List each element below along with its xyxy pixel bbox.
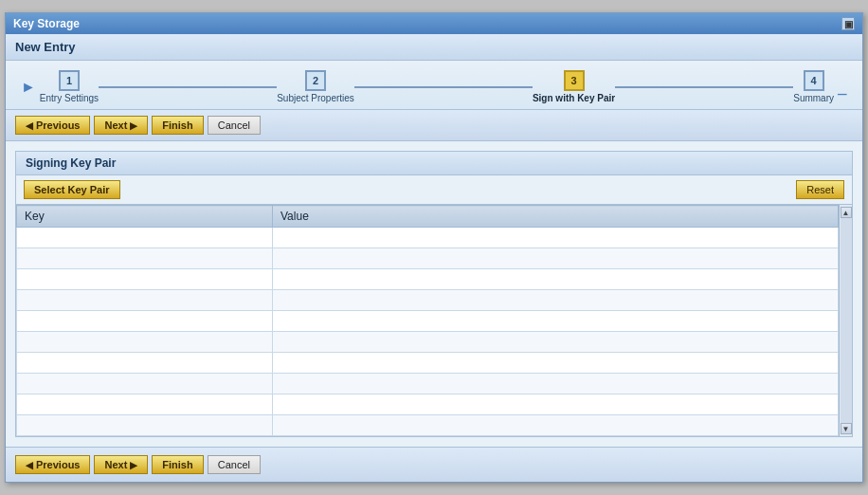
step-3-label: Sign with Key Pair xyxy=(533,93,615,103)
table-inner: Key Value xyxy=(16,205,839,436)
cell-value xyxy=(273,269,839,290)
wizard-end-arrow: ⎯ xyxy=(838,79,847,96)
cell-key xyxy=(17,353,273,374)
page-title: New Entry xyxy=(6,34,862,61)
bottom-next-label: Next xyxy=(104,459,127,470)
cell-value xyxy=(273,228,839,248)
top-previous-button[interactable]: ◀ Previous xyxy=(15,116,90,135)
cell-value xyxy=(273,415,839,436)
key-pair-table: Key Value xyxy=(16,205,839,436)
table-body xyxy=(17,228,839,436)
cell-key xyxy=(17,248,273,269)
top-previous-label: Previous xyxy=(36,119,80,131)
bottom-previous-label: Previous xyxy=(36,459,80,470)
table-row xyxy=(17,394,839,415)
step-4-number: 4 xyxy=(804,70,824,91)
content-area: Signing Key Pair Select Key Pair Reset K… xyxy=(6,141,862,447)
window-title: Key Storage xyxy=(13,17,80,30)
cell-key xyxy=(17,415,273,436)
cell-value xyxy=(273,394,839,415)
bottom-previous-arrow-icon: ◀ xyxy=(26,460,33,470)
table-row xyxy=(17,228,839,248)
step-2: 2 Subject Properties xyxy=(277,70,354,103)
bottom-finish-button[interactable]: Finish xyxy=(152,455,203,474)
cell-key xyxy=(17,269,273,290)
cell-value xyxy=(273,374,839,394)
scrollbar-track[interactable] xyxy=(841,218,852,423)
step-3-number: 3 xyxy=(564,70,585,91)
table-row xyxy=(17,374,839,394)
signing-section-title: Signing Key Pair xyxy=(16,152,852,175)
titlebar: Key Storage ▣ xyxy=(6,13,862,34)
cell-value xyxy=(273,353,839,374)
table-row xyxy=(17,332,839,353)
table-row xyxy=(17,353,839,374)
step-2-label: Subject Properties xyxy=(277,93,354,103)
previous-arrow-icon: ◀ xyxy=(26,120,33,131)
select-key-pair-button[interactable]: Select Key Pair xyxy=(24,180,120,199)
signing-toolbar: Select Key Pair Reset xyxy=(16,175,852,205)
step-1-number: 1 xyxy=(59,70,80,91)
table-row xyxy=(17,415,839,436)
connector-1-2 xyxy=(99,86,277,88)
step-4-label: Summary xyxy=(793,93,834,103)
bottom-next-arrow-icon: ▶ xyxy=(130,460,137,470)
wizard-steps-area: ► 1 Entry Settings 2 Subject Properties … xyxy=(6,61,862,110)
column-header-key: Key xyxy=(17,206,273,228)
bottom-finish-label: Finish xyxy=(162,459,192,470)
table-header-row: Key Value xyxy=(17,206,839,228)
connector-3-4 xyxy=(615,86,793,88)
table-row xyxy=(17,311,839,332)
column-header-value: Value xyxy=(273,206,839,228)
reset-button[interactable]: Reset xyxy=(796,180,844,199)
scroll-down-button[interactable]: ▼ xyxy=(841,423,852,434)
cell-key xyxy=(17,311,273,332)
bottom-cancel-button[interactable]: Cancel xyxy=(208,455,261,474)
cell-key xyxy=(17,394,273,415)
bottom-cancel-label: Cancel xyxy=(218,459,250,470)
top-toolbar: ◀ Previous Next ▶ Finish Cancel xyxy=(6,110,862,141)
main-window: Key Storage ▣ New Entry ► 1 Entry Settin… xyxy=(5,12,863,483)
scroll-up-button[interactable]: ▲ xyxy=(841,207,852,218)
step-1-label: Entry Settings xyxy=(40,93,99,103)
table-row xyxy=(17,290,839,311)
wizard-start-arrow: ► xyxy=(21,79,36,96)
cell-key xyxy=(17,290,273,311)
signing-section: Signing Key Pair Select Key Pair Reset K… xyxy=(15,151,853,437)
cell-value xyxy=(273,332,839,353)
cell-value xyxy=(273,311,839,332)
bottom-next-button[interactable]: Next ▶ xyxy=(94,455,148,474)
top-finish-button[interactable]: Finish xyxy=(152,116,203,135)
cell-key xyxy=(17,332,273,353)
restore-button[interactable]: ▣ xyxy=(841,17,855,30)
cell-value xyxy=(273,290,839,311)
bottom-toolbar: ◀ Previous Next ▶ Finish Cancel xyxy=(6,447,862,482)
restore-icon: ▣ xyxy=(844,19,853,29)
next-arrow-icon: ▶ xyxy=(130,120,137,131)
top-next-label: Next xyxy=(104,119,127,131)
step-2-number: 2 xyxy=(305,70,326,91)
bottom-previous-button[interactable]: ◀ Previous xyxy=(15,455,90,474)
step-1: 1 Entry Settings xyxy=(40,70,99,103)
connector-2-3 xyxy=(354,86,533,88)
cell-key xyxy=(17,228,273,248)
step-4: 4 Summary xyxy=(793,70,834,103)
top-cancel-button[interactable]: Cancel xyxy=(208,116,261,135)
key-pair-table-wrapper: Key Value xyxy=(16,205,852,436)
table-row xyxy=(17,248,839,269)
wizard-steps: ► 1 Entry Settings 2 Subject Properties … xyxy=(21,70,847,103)
step-3: 3 Sign with Key Pair xyxy=(533,70,615,103)
top-finish-label: Finish xyxy=(162,119,192,131)
cell-value xyxy=(273,248,839,269)
table-row xyxy=(17,269,839,290)
top-cancel-label: Cancel xyxy=(218,119,250,131)
top-next-button[interactable]: Next ▶ xyxy=(94,116,148,135)
cell-key xyxy=(17,374,273,394)
vertical-scrollbar[interactable]: ▲ ▼ xyxy=(839,205,852,436)
